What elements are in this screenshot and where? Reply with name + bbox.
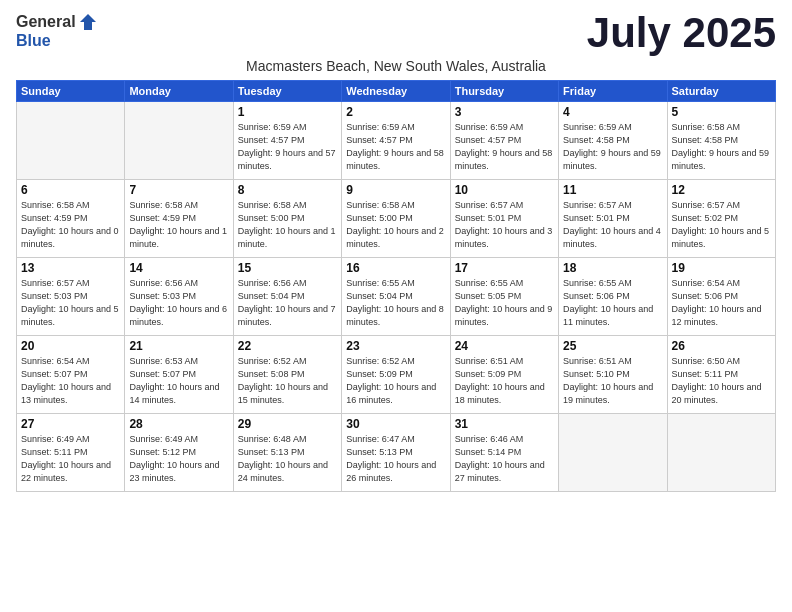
calendar-cell: [17, 102, 125, 180]
calendar-cell: 1Sunrise: 6:59 AM Sunset: 4:57 PM Daylig…: [233, 102, 341, 180]
calendar-cell: 24Sunrise: 6:51 AM Sunset: 5:09 PM Dayli…: [450, 336, 558, 414]
day-info: Sunrise: 6:59 AM Sunset: 4:58 PM Dayligh…: [563, 121, 662, 173]
calendar-cell: 31Sunrise: 6:46 AM Sunset: 5:14 PM Dayli…: [450, 414, 558, 492]
calendar-cell: 14Sunrise: 6:56 AM Sunset: 5:03 PM Dayli…: [125, 258, 233, 336]
day-number: 4: [563, 105, 662, 119]
day-info: Sunrise: 6:57 AM Sunset: 5:01 PM Dayligh…: [455, 199, 554, 251]
day-info: Sunrise: 6:52 AM Sunset: 5:08 PM Dayligh…: [238, 355, 337, 407]
day-header: Tuesday: [233, 81, 341, 102]
calendar-week-row: 27Sunrise: 6:49 AM Sunset: 5:11 PM Dayli…: [17, 414, 776, 492]
day-number: 14: [129, 261, 228, 275]
day-number: 20: [21, 339, 120, 353]
day-number: 21: [129, 339, 228, 353]
calendar-header-row: SundayMondayTuesdayWednesdayThursdayFrid…: [17, 81, 776, 102]
day-info: Sunrise: 6:58 AM Sunset: 4:58 PM Dayligh…: [672, 121, 771, 173]
day-info: Sunrise: 6:49 AM Sunset: 5:12 PM Dayligh…: [129, 433, 228, 485]
day-info: Sunrise: 6:49 AM Sunset: 5:11 PM Dayligh…: [21, 433, 120, 485]
day-header: Sunday: [17, 81, 125, 102]
day-number: 22: [238, 339, 337, 353]
logo: General Blue: [16, 12, 98, 50]
day-info: Sunrise: 6:55 AM Sunset: 5:05 PM Dayligh…: [455, 277, 554, 329]
day-info: Sunrise: 6:58 AM Sunset: 5:00 PM Dayligh…: [346, 199, 445, 251]
calendar-cell: 13Sunrise: 6:57 AM Sunset: 5:03 PM Dayli…: [17, 258, 125, 336]
calendar-cell: 5Sunrise: 6:58 AM Sunset: 4:58 PM Daylig…: [667, 102, 775, 180]
calendar-cell: 18Sunrise: 6:55 AM Sunset: 5:06 PM Dayli…: [559, 258, 667, 336]
day-info: Sunrise: 6:51 AM Sunset: 5:09 PM Dayligh…: [455, 355, 554, 407]
day-number: 16: [346, 261, 445, 275]
svg-marker-0: [80, 14, 96, 30]
calendar-cell: 12Sunrise: 6:57 AM Sunset: 5:02 PM Dayli…: [667, 180, 775, 258]
calendar-week-row: 13Sunrise: 6:57 AM Sunset: 5:03 PM Dayli…: [17, 258, 776, 336]
day-info: Sunrise: 6:58 AM Sunset: 4:59 PM Dayligh…: [21, 199, 120, 251]
day-info: Sunrise: 6:59 AM Sunset: 4:57 PM Dayligh…: [346, 121, 445, 173]
day-info: Sunrise: 6:58 AM Sunset: 5:00 PM Dayligh…: [238, 199, 337, 251]
day-number: 7: [129, 183, 228, 197]
calendar-cell: 20Sunrise: 6:54 AM Sunset: 5:07 PM Dayli…: [17, 336, 125, 414]
calendar-cell: [559, 414, 667, 492]
day-number: 13: [21, 261, 120, 275]
day-number: 29: [238, 417, 337, 431]
day-info: Sunrise: 6:58 AM Sunset: 4:59 PM Dayligh…: [129, 199, 228, 251]
calendar-cell: [667, 414, 775, 492]
day-number: 27: [21, 417, 120, 431]
day-info: Sunrise: 6:51 AM Sunset: 5:10 PM Dayligh…: [563, 355, 662, 407]
day-info: Sunrise: 6:57 AM Sunset: 5:03 PM Dayligh…: [21, 277, 120, 329]
day-number: 1: [238, 105, 337, 119]
day-info: Sunrise: 6:48 AM Sunset: 5:13 PM Dayligh…: [238, 433, 337, 485]
day-number: 25: [563, 339, 662, 353]
day-number: 12: [672, 183, 771, 197]
day-number: 31: [455, 417, 554, 431]
day-info: Sunrise: 6:53 AM Sunset: 5:07 PM Dayligh…: [129, 355, 228, 407]
day-number: 2: [346, 105, 445, 119]
calendar-cell: 25Sunrise: 6:51 AM Sunset: 5:10 PM Dayli…: [559, 336, 667, 414]
day-info: Sunrise: 6:54 AM Sunset: 5:06 PM Dayligh…: [672, 277, 771, 329]
calendar-cell: [125, 102, 233, 180]
day-info: Sunrise: 6:47 AM Sunset: 5:13 PM Dayligh…: [346, 433, 445, 485]
day-number: 23: [346, 339, 445, 353]
calendar-week-row: 6Sunrise: 6:58 AM Sunset: 4:59 PM Daylig…: [17, 180, 776, 258]
calendar: SundayMondayTuesdayWednesdayThursdayFrid…: [16, 80, 776, 492]
day-number: 19: [672, 261, 771, 275]
day-number: 6: [21, 183, 120, 197]
day-number: 26: [672, 339, 771, 353]
logo-blue: Blue: [16, 32, 51, 50]
day-info: Sunrise: 6:55 AM Sunset: 5:06 PM Dayligh…: [563, 277, 662, 329]
day-number: 5: [672, 105, 771, 119]
day-number: 15: [238, 261, 337, 275]
day-info: Sunrise: 6:57 AM Sunset: 5:01 PM Dayligh…: [563, 199, 662, 251]
day-header: Monday: [125, 81, 233, 102]
day-header: Friday: [559, 81, 667, 102]
day-info: Sunrise: 6:54 AM Sunset: 5:07 PM Dayligh…: [21, 355, 120, 407]
calendar-cell: 27Sunrise: 6:49 AM Sunset: 5:11 PM Dayli…: [17, 414, 125, 492]
calendar-cell: 3Sunrise: 6:59 AM Sunset: 4:57 PM Daylig…: [450, 102, 558, 180]
day-info: Sunrise: 6:59 AM Sunset: 4:57 PM Dayligh…: [455, 121, 554, 173]
day-info: Sunrise: 6:57 AM Sunset: 5:02 PM Dayligh…: [672, 199, 771, 251]
day-number: 11: [563, 183, 662, 197]
day-number: 3: [455, 105, 554, 119]
calendar-cell: 26Sunrise: 6:50 AM Sunset: 5:11 PM Dayli…: [667, 336, 775, 414]
day-info: Sunrise: 6:50 AM Sunset: 5:11 PM Dayligh…: [672, 355, 771, 407]
calendar-week-row: 1Sunrise: 6:59 AM Sunset: 4:57 PM Daylig…: [17, 102, 776, 180]
day-header: Thursday: [450, 81, 558, 102]
day-header: Wednesday: [342, 81, 450, 102]
logo-icon: [78, 12, 98, 32]
page: General Blue July 2025 Macmasters Beach,…: [0, 0, 792, 612]
day-number: 24: [455, 339, 554, 353]
calendar-cell: 10Sunrise: 6:57 AM Sunset: 5:01 PM Dayli…: [450, 180, 558, 258]
day-number: 8: [238, 183, 337, 197]
calendar-cell: 28Sunrise: 6:49 AM Sunset: 5:12 PM Dayli…: [125, 414, 233, 492]
day-info: Sunrise: 6:52 AM Sunset: 5:09 PM Dayligh…: [346, 355, 445, 407]
day-info: Sunrise: 6:55 AM Sunset: 5:04 PM Dayligh…: [346, 277, 445, 329]
calendar-cell: 8Sunrise: 6:58 AM Sunset: 5:00 PM Daylig…: [233, 180, 341, 258]
header: General Blue July 2025: [16, 12, 776, 54]
day-number: 10: [455, 183, 554, 197]
day-info: Sunrise: 6:46 AM Sunset: 5:14 PM Dayligh…: [455, 433, 554, 485]
calendar-cell: 19Sunrise: 6:54 AM Sunset: 5:06 PM Dayli…: [667, 258, 775, 336]
day-number: 30: [346, 417, 445, 431]
calendar-cell: 6Sunrise: 6:58 AM Sunset: 4:59 PM Daylig…: [17, 180, 125, 258]
subtitle: Macmasters Beach, New South Wales, Austr…: [16, 58, 776, 74]
calendar-cell: 30Sunrise: 6:47 AM Sunset: 5:13 PM Dayli…: [342, 414, 450, 492]
day-number: 28: [129, 417, 228, 431]
day-info: Sunrise: 6:56 AM Sunset: 5:04 PM Dayligh…: [238, 277, 337, 329]
day-number: 17: [455, 261, 554, 275]
